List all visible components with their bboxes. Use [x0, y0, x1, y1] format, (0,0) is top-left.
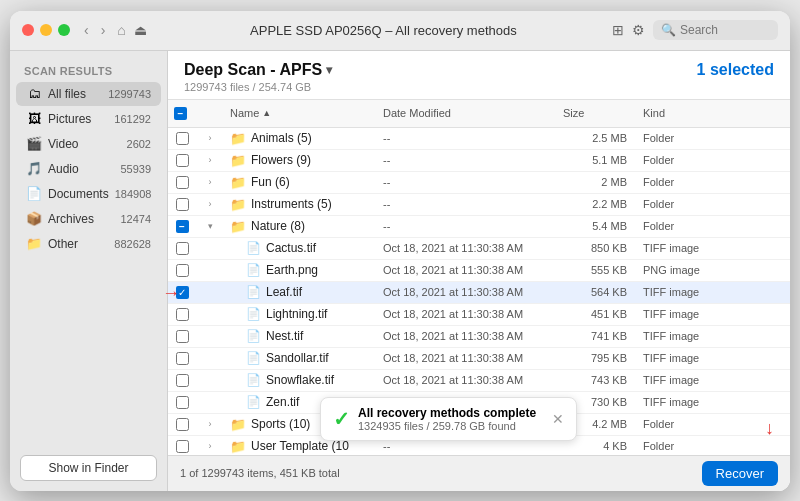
- table-row[interactable]: ✓ 📄 Leaf.tif Oct 18, 2021 at 11:30:38 AM…: [168, 282, 790, 304]
- row-checkbox[interactable]: [176, 176, 189, 189]
- td-expander[interactable]: ›: [196, 131, 224, 145]
- maximize-button[interactable]: [58, 24, 70, 36]
- status-text: 1 of 1299743 items, 451 KB total: [180, 467, 340, 479]
- sidebar-item-pictures[interactable]: 🖼 Pictures 161292: [16, 107, 161, 131]
- file-icon: 📄: [246, 329, 261, 343]
- td-date: Oct 18, 2021 at 11:30:38 AM: [377, 306, 557, 322]
- file-name: Nature (8): [251, 219, 305, 233]
- file-icon: 📄: [246, 307, 261, 321]
- expander-icon[interactable]: ›: [209, 199, 212, 209]
- minimize-button[interactable]: [40, 24, 52, 36]
- file-name: Lightning.tif: [266, 307, 327, 321]
- table-row[interactable]: 📄 Earth.png Oct 18, 2021 at 11:30:38 AM …: [168, 260, 790, 282]
- td-expander[interactable]: ▾: [196, 219, 224, 233]
- th-name[interactable]: Name ▲: [224, 104, 377, 123]
- td-checkbox: [168, 306, 196, 323]
- table-row[interactable]: − ▾ 📁 Nature (8) -- 5.4 MB Folder: [168, 216, 790, 238]
- back-button[interactable]: ‹: [80, 20, 93, 40]
- recover-button[interactable]: Recover: [702, 461, 778, 486]
- row-checkbox[interactable]: [176, 374, 189, 387]
- row-checkbox[interactable]: [176, 198, 189, 211]
- panel-title-chevron: ▾: [326, 63, 332, 77]
- row-checkbox[interactable]: [176, 308, 189, 321]
- close-button[interactable]: [22, 24, 34, 36]
- td-kind: Folder: [637, 130, 790, 146]
- row-checkbox[interactable]: [176, 242, 189, 255]
- row-checkbox[interactable]: [176, 440, 189, 453]
- table-row[interactable]: 📄 Lightning.tif Oct 18, 2021 at 11:30:38…: [168, 304, 790, 326]
- eject-icon[interactable]: ⏏: [134, 22, 147, 38]
- sidebar-item-video[interactable]: 🎬 Video 2602: [16, 132, 161, 156]
- expander-icon[interactable]: ›: [209, 441, 212, 451]
- table-row[interactable]: 📄 Nest.tif Oct 18, 2021 at 11:30:38 AM 7…: [168, 326, 790, 348]
- nav-arrows: ‹ ›: [80, 20, 109, 40]
- td-kind: TIFF image: [637, 306, 790, 322]
- td-name: 📄 Lightning.tif: [224, 305, 377, 323]
- row-checkbox[interactable]: [176, 396, 189, 409]
- left-arrow-indicator: →: [162, 283, 180, 304]
- td-name: 📄 Snowflake.tif: [224, 371, 377, 389]
- td-size: 743 KB: [557, 372, 637, 388]
- sidebar-item-documents[interactable]: 📄 Documents 184908: [16, 182, 161, 206]
- td-expander[interactable]: ›: [196, 197, 224, 211]
- search-input[interactable]: [680, 23, 770, 37]
- td-kind: TIFF image: [637, 284, 790, 300]
- other-count: 882628: [114, 238, 151, 250]
- titlebar-center: APPLE SSD AP0256Q – All recovery methods: [155, 21, 612, 39]
- window-title: APPLE SSD AP0256Q – All recovery methods: [250, 23, 517, 38]
- table-row[interactable]: › 📁 Flowers (9) -- 5.1 MB Folder: [168, 150, 790, 172]
- sidebar-item-all-files[interactable]: 🗂 All files 1299743: [16, 82, 161, 106]
- td-size: 451 KB: [557, 306, 637, 322]
- show-in-finder-button[interactable]: Show in Finder: [20, 455, 157, 481]
- th-kind[interactable]: Kind: [637, 104, 790, 123]
- expander-icon[interactable]: ›: [209, 133, 212, 143]
- td-expander[interactable]: ›: [196, 153, 224, 167]
- row-checkbox[interactable]: [176, 264, 189, 277]
- toast-subtitle: 1324935 files / 259.78 GB found: [358, 420, 536, 432]
- table-row[interactable]: › 📁 Fun (6) -- 2 MB Folder: [168, 172, 790, 194]
- td-date: --: [377, 174, 557, 190]
- row-checkbox[interactable]: [176, 154, 189, 167]
- td-date: --: [377, 152, 557, 168]
- partial-check-icon[interactable]: −: [174, 107, 187, 120]
- td-expander[interactable]: ›: [196, 175, 224, 189]
- table-row[interactable]: › 📁 Instruments (5) -- 2.2 MB Folder: [168, 194, 790, 216]
- settings-icon[interactable]: ⚙: [632, 22, 645, 38]
- sidebar-item-audio[interactable]: 🎵 Audio 55939: [16, 157, 161, 181]
- table-row[interactable]: 📄 Cactus.tif Oct 18, 2021 at 11:30:38 AM…: [168, 238, 790, 260]
- td-name: 📁 Animals (5): [224, 129, 377, 148]
- th-size[interactable]: Size: [557, 104, 637, 123]
- home-button[interactable]: ⌂: [117, 22, 125, 38]
- expander-icon[interactable]: ›: [209, 177, 212, 187]
- sidebar-footer: Show in Finder: [10, 445, 167, 491]
- td-checkbox: [168, 130, 196, 147]
- archives-label: Archives: [48, 212, 114, 226]
- expander-icon[interactable]: ›: [209, 419, 212, 429]
- table-row[interactable]: 📄 Snowflake.tif Oct 18, 2021 at 11:30:38…: [168, 370, 790, 392]
- th-expand: [196, 104, 224, 123]
- all-files-count: 1299743: [108, 88, 151, 100]
- row-checkbox[interactable]: [176, 330, 189, 343]
- file-name: Cactus.tif: [266, 241, 316, 255]
- row-checkbox[interactable]: [176, 132, 189, 145]
- expander-icon[interactable]: ▾: [208, 221, 213, 231]
- td-kind: Folder: [637, 152, 790, 168]
- td-kind: Folder: [637, 196, 790, 212]
- table-row[interactable]: 📄 Sandollar.tif Oct 18, 2021 at 11:30:38…: [168, 348, 790, 370]
- th-date[interactable]: Date Modified: [377, 104, 557, 123]
- partial-checkbox[interactable]: −: [176, 220, 189, 233]
- sidebar-item-other[interactable]: 📁 Other 882628: [16, 232, 161, 256]
- td-date: Oct 18, 2021 at 11:30:38 AM: [377, 262, 557, 278]
- td-expander[interactable]: ›: [196, 439, 224, 453]
- expander-icon[interactable]: ›: [209, 155, 212, 165]
- forward-button[interactable]: ›: [97, 20, 110, 40]
- table-row[interactable]: › 📁 Animals (5) -- 2.5 MB Folder: [168, 128, 790, 150]
- row-checkbox[interactable]: [176, 418, 189, 431]
- row-checkbox[interactable]: [176, 352, 189, 365]
- td-expander[interactable]: ›: [196, 417, 224, 431]
- sidebar-item-archives[interactable]: 📦 Archives 12474: [16, 207, 161, 231]
- td-size: 795 KB: [557, 350, 637, 366]
- td-size: 2.2 MB: [557, 196, 637, 212]
- grid-view-icon[interactable]: ⊞: [612, 22, 624, 38]
- toast-close-button[interactable]: ✕: [552, 411, 564, 427]
